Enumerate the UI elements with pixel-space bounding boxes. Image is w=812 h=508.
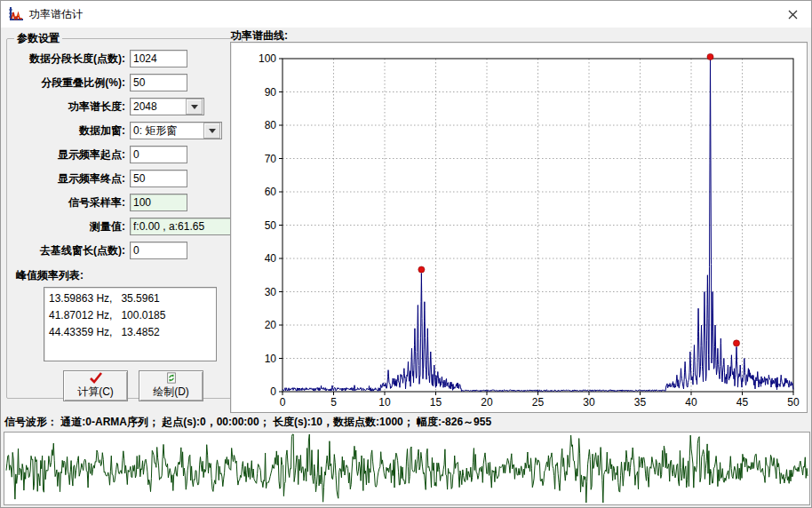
svg-text:35: 35: [634, 396, 647, 409]
svg-text:60: 60: [265, 186, 277, 198]
svg-text:10: 10: [265, 353, 277, 365]
param-row-freq-end: 显示频率终点:: [14, 170, 235, 187]
param-combo-data-window[interactable]: 0: 矩形窗: [130, 122, 222, 139]
svg-text:0: 0: [270, 385, 276, 398]
param-combo-spectrum-length[interactable]: 2048: [130, 98, 204, 115]
svg-text:100: 100: [259, 52, 276, 65]
param-label-freq-end: 显示频率终点:: [14, 171, 125, 187]
svg-text:30: 30: [265, 286, 277, 298]
param-row-freq-start: 显示频率起点:: [14, 146, 235, 163]
param-row-sample-rate: 信号采样率:: [14, 194, 235, 211]
params-group: 参数设置 数据分段长度(点数):分段重叠比例(%):功率谱长度:2048数据加窗…: [6, 31, 243, 399]
waveform-status: 信号波形： 通道:0-ARMA序列； 起点(s):0，00:00:00； 长度(…: [4, 415, 491, 430]
close-button[interactable]: [774, 1, 811, 28]
param-row-segment-length: 数据分段长度(点数):: [14, 50, 235, 67]
svg-text:5: 5: [330, 396, 337, 409]
titlebar: 功率谱估计: [1, 1, 811, 28]
calculate-button-label: 计算(C): [77, 385, 114, 400]
svg-text:20: 20: [265, 319, 277, 331]
svg-text:25: 25: [532, 396, 545, 409]
svg-text:70: 70: [265, 153, 277, 165]
param-label-spectrum-length: 功率谱长度:: [14, 99, 125, 115]
draw-button[interactable]: 绘制(D): [139, 370, 203, 401]
svg-text:80: 80: [265, 119, 277, 131]
chevron-down-icon[interactable]: [203, 123, 220, 139]
param-label-freq-start: 显示频率起点:: [14, 147, 125, 163]
calculate-button[interactable]: 计算(C): [63, 370, 128, 401]
param-row-baseline-window: 去基线窗长(点数):: [14, 242, 235, 259]
param-row-overlap-percent: 分段重叠比例(%):: [14, 74, 235, 91]
param-combo-value-data-window: 0: 矩形窗: [131, 123, 203, 139]
peak-frequency-list[interactable]: 13.59863 Hz, 35.596141.87012 Hz, 100.018…: [44, 287, 217, 361]
param-input-overlap-percent[interactable]: [130, 74, 187, 91]
draw-button-label: 绘制(D): [153, 385, 189, 400]
param-input-baseline-window[interactable]: [130, 242, 187, 259]
close-icon: [788, 10, 798, 20]
param-label-segment-length: 数据分段长度(点数):: [14, 52, 125, 67]
chevron-down-icon[interactable]: [186, 99, 203, 115]
param-input-freq-start[interactable]: [130, 146, 187, 163]
svg-text:50: 50: [265, 219, 277, 232]
svg-text:0: 0: [280, 396, 286, 409]
peak-list-item[interactable]: 41.87012 Hz, 100.0185: [49, 307, 211, 324]
button-row: 计算(C) 绘制(D): [14, 370, 235, 401]
spectrum-chart[interactable]: 0102030405060708090100051015202530354045…: [230, 42, 808, 413]
svg-text:50: 50: [787, 396, 800, 409]
params-group-title: 参数设置: [14, 31, 62, 46]
param-label-measure-value: 测量值:: [14, 219, 125, 234]
svg-text:10: 10: [378, 396, 391, 409]
param-label-overlap-percent: 分段重叠比例(%):: [14, 75, 125, 91]
params-rows: 数据分段长度(点数):分段重叠比例(%):功率谱长度:2048数据加窗:0: 矩…: [14, 50, 235, 259]
param-input-measure-value[interactable]: [130, 218, 235, 235]
waveform-plot: [4, 433, 809, 504]
redraw-document-icon: [165, 372, 178, 384]
app-window: { "window": { "title": "功率谱估计" }, "param…: [0, 0, 812, 508]
peak-list-item[interactable]: 13.59863 Hz, 35.5961: [49, 290, 211, 307]
svg-text:40: 40: [685, 396, 697, 409]
param-label-sample-rate: 信号采样率:: [14, 195, 125, 210]
param-row-data-window: 数据加窗:0: 矩形窗: [14, 122, 235, 139]
param-label-baseline-window: 去基线窗长(点数):: [14, 243, 125, 258]
svg-text:40: 40: [265, 252, 277, 265]
param-input-sample-rate[interactable]: [130, 194, 187, 211]
svg-text:20: 20: [481, 396, 493, 409]
param-row-measure-value: 测量值:: [14, 218, 235, 235]
peak-list-label: 峰值频率列表:: [16, 268, 235, 283]
param-combo-value-spectrum-length: 2048: [131, 100, 186, 113]
window-title: 功率谱估计: [29, 7, 83, 22]
svg-text:15: 15: [430, 396, 442, 409]
svg-text:30: 30: [583, 396, 595, 409]
param-input-segment-length[interactable]: [130, 50, 187, 67]
spectrum-plot: 0102030405060708090100051015202530354045…: [231, 43, 807, 412]
svg-text:90: 90: [265, 86, 277, 99]
param-row-spectrum-length: 功率谱长度:2048: [14, 98, 235, 115]
app-icon: [8, 6, 24, 22]
waveform-panel: [4, 432, 810, 505]
checkmark-icon: [89, 372, 103, 384]
svg-text:45: 45: [736, 396, 749, 409]
param-input-freq-end[interactable]: [130, 170, 187, 187]
peak-list-item[interactable]: 44.43359 Hz, 13.4852: [49, 324, 211, 341]
param-label-data-window: 数据加窗:: [14, 123, 125, 139]
